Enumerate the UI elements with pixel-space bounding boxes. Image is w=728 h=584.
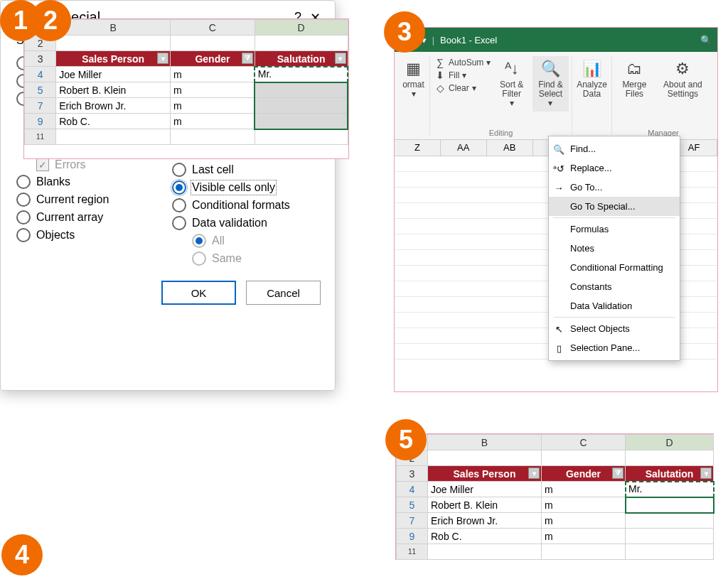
cell-selected[interactable] xyxy=(255,82,348,98)
col-header[interactable]: C xyxy=(542,435,626,450)
cell[interactable]: Robert B. Klein xyxy=(428,497,542,513)
radio-visible-cells-only[interactable]: Visible cells only xyxy=(172,180,321,195)
radio-blanks[interactable]: Blanks xyxy=(16,175,165,189)
radio-last-cell[interactable]: Last cell xyxy=(172,163,321,177)
cell[interactable]: m xyxy=(171,67,255,82)
merge-icon: 🗂 xyxy=(624,59,644,79)
cell-active[interactable] xyxy=(626,497,714,513)
cell[interactable]: m xyxy=(542,529,626,544)
autosum-button[interactable]: ∑AutoSum ▾ xyxy=(434,57,491,68)
find-select-menu: 🔍Find... ᵃ↺Replace... →Go To... Go To Sp… xyxy=(548,136,680,361)
cell-selected[interactable] xyxy=(255,114,348,129)
filter-active-icon[interactable]: ⧩ xyxy=(612,467,623,479)
filter-dropdown-icon[interactable]: ▾ xyxy=(335,53,346,64)
analyze-data-button[interactable]: 📊Analyze Data xyxy=(572,56,611,102)
ok-button[interactable]: OK xyxy=(161,281,236,305)
cell[interactable]: m xyxy=(171,114,255,129)
sort-filter-button[interactable]: ᴬ↓Sort & Filter ▾ xyxy=(495,56,528,112)
menu-goto-special[interactable]: Go To Special... xyxy=(549,197,680,216)
filter-dropdown-icon[interactable]: ▾ xyxy=(528,467,540,479)
menu-find[interactable]: 🔍Find... xyxy=(549,139,680,158)
menu-formulas[interactable]: Formulas xyxy=(549,220,680,239)
filter-active-icon[interactable]: ⧩ xyxy=(242,53,253,64)
row-header[interactable]: 7 xyxy=(25,98,56,114)
fill-button[interactable]: ⬇Fill ▾ xyxy=(434,70,491,81)
menu-conditional-formatting[interactable]: Conditional Formatting xyxy=(549,258,680,277)
cancel-button[interactable]: Cancel xyxy=(246,281,321,305)
cell[interactable]: m xyxy=(542,513,626,529)
radio-current-array[interactable]: Current array xyxy=(16,210,165,225)
radio-objects[interactable]: Objects xyxy=(16,228,165,242)
row-header[interactable]: 7 xyxy=(397,513,428,529)
format-button[interactable]: ▦ormat▾ xyxy=(398,56,429,102)
row-header[interactable]: 9 xyxy=(25,114,56,129)
find-select-button[interactable]: 🔍Find & Select ▾ xyxy=(532,56,569,112)
menu-select-objects[interactable]: ↖Select Objects xyxy=(549,319,680,338)
cell[interactable]: m xyxy=(542,497,626,513)
step-badge-2: 2 xyxy=(30,0,71,41)
worksheet-grid[interactable]: B C D 2 3 Sales Person▾ Gender⧩ Salutati… xyxy=(24,19,348,145)
clear-button[interactable]: ◇Clear ▾ xyxy=(434,82,491,94)
row-header[interactable]: 11 xyxy=(397,544,428,560)
table-header-cell[interactable]: Sales Person▾ xyxy=(56,51,171,67)
fill-icon: ⬇ xyxy=(434,70,446,81)
cell-copied[interactable]: Mr. xyxy=(626,482,714,497)
cell[interactable] xyxy=(626,513,714,529)
cell[interactable]: Rob C. xyxy=(56,114,171,129)
about-settings-button[interactable]: ⚙About and Settings xyxy=(654,56,712,102)
table-header-cell[interactable]: Salutation▾ xyxy=(255,51,348,67)
row-header[interactable]: 3 xyxy=(25,51,56,67)
cell-copied[interactable]: Mr. xyxy=(255,67,348,82)
row-header[interactable]: 5 xyxy=(397,497,428,513)
search-icon[interactable]: 🔍 xyxy=(700,35,712,45)
goto-icon: → xyxy=(553,182,564,193)
row-header[interactable]: 11 xyxy=(25,129,56,145)
cell[interactable]: Joe Miller xyxy=(56,67,171,82)
merge-files-button[interactable]: 🗂Merge Files xyxy=(615,56,654,102)
menu-replace[interactable]: ᵃ↺Replace... xyxy=(549,158,680,178)
col-header[interactable]: B xyxy=(428,435,542,450)
cell[interactable]: Rob C. xyxy=(428,529,542,544)
table-header-cell[interactable]: Sales Person▾ xyxy=(428,466,542,482)
row-header[interactable]: 4 xyxy=(25,67,56,82)
worksheet-grid[interactable]: B C D 2 3 Sales Person▾ Gender⧩ Salutati… xyxy=(396,434,714,560)
check-errors: ✓Errors xyxy=(36,158,165,171)
menu-data-validation[interactable]: Data Validation xyxy=(549,296,680,315)
cell[interactable]: m xyxy=(171,82,255,98)
radio-conditional-formats[interactable]: Conditional formats xyxy=(172,198,321,212)
filter-dropdown-icon[interactable]: ▾ xyxy=(157,53,168,64)
table-header-cell[interactable]: Gender⧩ xyxy=(171,51,255,67)
menu-goto[interactable]: →Go To... xyxy=(549,178,680,197)
row-header[interactable]: 3 xyxy=(397,466,428,482)
menu-constants[interactable]: Constants xyxy=(549,277,680,296)
cell[interactable]: Robert B. Klein xyxy=(56,82,171,98)
col-header[interactable]: D xyxy=(626,435,714,450)
col-header[interactable]: D xyxy=(255,20,348,36)
row-header[interactable]: 4 xyxy=(397,482,428,497)
radio-current-region[interactable]: Current region xyxy=(16,193,165,207)
menu-notes[interactable]: Notes xyxy=(549,239,680,258)
settings-icon: ⚙ xyxy=(673,59,692,79)
excel-table-step12: B C D 2 3 Sales Person▾ Gender⧩ Salutati… xyxy=(23,18,349,159)
cell[interactable]: Erich Brown Jr. xyxy=(428,513,542,529)
col-header[interactable]: C xyxy=(171,20,255,36)
radio-same: Same xyxy=(192,252,321,266)
row-header[interactable]: 5 xyxy=(25,82,56,98)
cell[interactable]: m xyxy=(171,98,255,114)
row-header[interactable]: 9 xyxy=(397,529,428,544)
titlebar: ⊞ ▾ ▾ | Book1 - Excel 🔍 xyxy=(395,28,717,52)
replace-icon: ᵃ↺ xyxy=(553,163,564,174)
table-header-cell[interactable]: Gender⧩ xyxy=(542,466,626,482)
pointer-icon: ↖ xyxy=(553,323,564,335)
menu-selection-pane[interactable]: ▯Selection Pane... xyxy=(549,338,680,357)
filter-dropdown-icon[interactable]: ▾ xyxy=(700,467,712,479)
table-header-cell[interactable]: Salutation▾ xyxy=(626,466,714,482)
cell[interactable]: Joe Miller xyxy=(428,482,542,497)
excel-ribbon-panel: ⊞ ▾ ▾ | Book1 - Excel 🔍 ▦ormat▾ ∑AutoSum… xyxy=(394,27,718,392)
cell[interactable] xyxy=(626,529,714,544)
cell[interactable]: Erich Brown Jr. xyxy=(56,98,171,114)
radio-data-validation[interactable]: Data validation xyxy=(172,216,321,230)
cell[interactable]: m xyxy=(542,482,626,497)
col-header[interactable]: B xyxy=(56,20,171,36)
cell-selected[interactable] xyxy=(255,98,348,114)
